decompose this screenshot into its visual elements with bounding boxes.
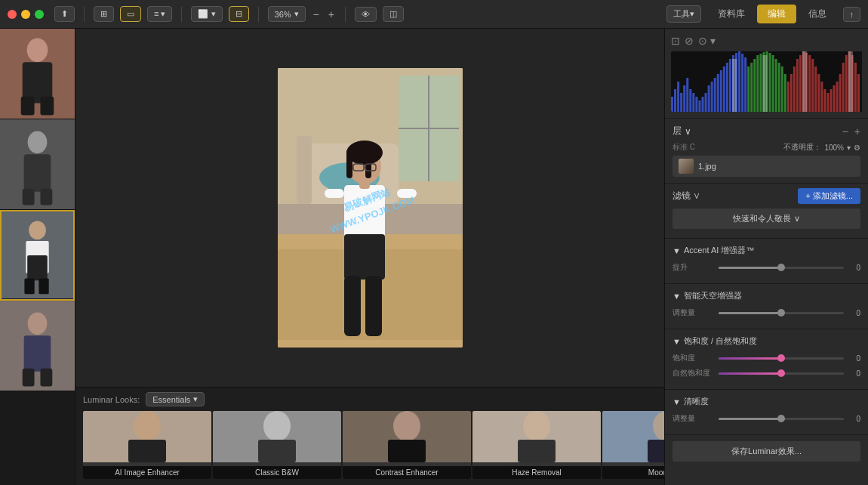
tab-info[interactable]: 信息 — [798, 5, 837, 23]
history-icon[interactable]: ⊙ ▾ — [698, 35, 716, 47]
grid-view-button[interactable]: ⊞ — [94, 6, 114, 22]
layers-plus-button[interactable]: + — [854, 125, 860, 137]
main-photo: 易破解网站 WWW.YPOJK.COM — [278, 68, 463, 348]
sat-slider[interactable] — [719, 357, 844, 360]
svg-rect-82 — [711, 82, 713, 112]
look-item-haze[interactable]: Haze Removal — [472, 411, 601, 479]
svg-rect-67 — [648, 440, 664, 462]
crop-button[interactable]: ⬜ ▾ — [191, 6, 222, 22]
svg-rect-130 — [857, 74, 860, 112]
maximize-button[interactable] — [35, 10, 44, 19]
boost-value: 0 — [848, 264, 860, 272]
svg-rect-119 — [823, 89, 826, 112]
layer-thumbnail — [679, 159, 694, 174]
svg-rect-69 — [671, 97, 673, 112]
upload-button[interactable]: ⬆ — [54, 6, 75, 22]
minimize-button[interactable] — [21, 10, 30, 19]
sky-enhancer-body: 调整量 0 — [673, 307, 860, 329]
saturation-header[interactable]: ▼ 饱和度 / 自然饱和度 — [673, 329, 860, 353]
vibrance-value: 0 — [848, 369, 860, 378]
clarity-slider[interactable] — [719, 418, 844, 420]
svg-rect-20 — [24, 335, 51, 372]
close-button[interactable] — [8, 10, 17, 19]
looks-header: Luminar Looks: Essentials ▾ — [75, 388, 664, 411]
sky-enhancer-header[interactable]: ▼ 智能天空增强器 — [673, 284, 860, 307]
histogram-icon[interactable]: ⊡ — [671, 35, 680, 47]
tab-library[interactable]: 资料库 — [707, 5, 756, 23]
zoom-out-button[interactable]: − — [312, 8, 321, 20]
filters-section: 滤镜 ∨ + 添加滤镜... 快速和令人敬畏 ∨ — [665, 184, 868, 239]
single-view-button[interactable]: ▭ — [120, 6, 141, 22]
compare-button[interactable]: ◫ — [383, 6, 404, 22]
share-button[interactable]: ↑ — [843, 7, 861, 22]
clarity-amount-row: 调整量 0 — [673, 413, 860, 424]
look-item-ai-enhancer[interactable]: AI Image Enhancer — [83, 411, 211, 479]
clarity-section: ▼ 清晰度 调整量 0 — [665, 390, 868, 435]
opacity-value[interactable]: 100% — [824, 144, 844, 152]
opacity-label: 不透明度： — [783, 142, 821, 153]
svg-rect-16 — [38, 278, 48, 294]
svg-rect-88 — [729, 59, 731, 112]
add-filter-button[interactable]: + 添加滤镜... — [798, 188, 860, 204]
svg-rect-123 — [836, 82, 839, 112]
svg-rect-29 — [297, 136, 312, 204]
filmstrip — [0, 29, 75, 485]
blend-mode-label[interactable]: 标准 C — [673, 142, 695, 153]
filmstrip-item-4[interactable] — [0, 301, 75, 391]
svg-rect-77 — [695, 97, 697, 112]
share-icon: ↑ — [850, 10, 854, 19]
layers-minus-button[interactable]: − — [842, 125, 848, 137]
separator2 — [181, 7, 182, 22]
filmstrip-item-2[interactable] — [0, 119, 75, 210]
eye-icon: 👁 — [362, 10, 370, 19]
svg-rect-102 — [772, 55, 774, 112]
svg-rect-47 — [359, 180, 370, 189]
saturation-body: 饱和度 0 自然饱和度 0 — [673, 353, 860, 389]
svg-point-62 — [523, 411, 550, 441]
accent-ai-section: ▼ Accent AI 增强器™ 提升 0 — [665, 239, 868, 284]
main-layout: 易破解网站 WWW.YPOJK.COM Luminar Looks: Essen… — [0, 29, 868, 485]
look-item-contrast[interactable]: Contrast Enhancer — [343, 411, 471, 479]
tools-button[interactable]: 工具▾ — [666, 5, 701, 23]
clarity-header[interactable]: ▼ 清晰度 — [673, 390, 860, 413]
filmstrip-item-1[interactable] — [0, 29, 75, 119]
svg-rect-59 — [388, 440, 426, 462]
svg-rect-97 — [756, 55, 759, 112]
histogram-section: ⊡ ⊘ ⊙ ▾ — [665, 29, 868, 119]
layers-icon[interactable]: ⊘ — [685, 35, 694, 47]
svg-rect-78 — [698, 100, 700, 112]
filmstrip-item-3[interactable] — [0, 210, 75, 301]
essentials-dropdown[interactable]: Essentials ▾ — [146, 392, 205, 406]
svg-rect-103 — [775, 59, 777, 112]
save-luminar-button[interactable]: 保存Luminar效果... — [673, 441, 860, 462]
list-icon: ≡ ▾ — [154, 9, 165, 19]
layers-section: 层 ∨ − + 标准 C 不透明度： 100% ▾ ⚙ 1.jp — [665, 119, 868, 184]
svg-rect-42 — [344, 234, 385, 280]
list-view-button[interactable]: ≡ ▾ — [147, 6, 172, 22]
look-item-classic-bw[interactable]: Classic B&W — [213, 411, 341, 479]
look-item-mood[interactable]: Mood En... — [602, 411, 664, 479]
svg-rect-105 — [781, 66, 783, 112]
zoom-in-button[interactable]: + — [327, 8, 336, 20]
zoom-control: 36% ▾ — [268, 6, 306, 22]
multi-view-button[interactable]: ⊟ — [229, 6, 249, 22]
svg-rect-55 — [258, 440, 296, 462]
saturation-title: ▼ 饱和度 / 自然饱和度 — [673, 335, 757, 347]
opacity-control: 不透明度： 100% ▾ ⚙ — [783, 142, 860, 153]
boost-slider[interactable] — [719, 267, 844, 269]
tab-edit[interactable]: 编辑 — [757, 5, 796, 23]
multi-icon: ⊟ — [235, 9, 242, 19]
accent-ai-header[interactable]: ▼ Accent AI 增强器™ — [673, 239, 860, 262]
sky-chevron: ▼ — [673, 292, 681, 301]
accent-boost-row: 提升 0 — [673, 262, 860, 273]
quick-preset-button[interactable]: 快速和令人敬畏 ∨ — [673, 209, 860, 229]
view-icon-button[interactable]: 👁 — [355, 7, 377, 22]
svg-rect-21 — [23, 368, 35, 386]
layer-row-1[interactable]: 1.jpg — [673, 156, 860, 177]
svg-rect-79 — [701, 97, 703, 112]
chevron-down-icon: ∨ — [685, 126, 691, 137]
gear-icon[interactable]: ⚙ — [854, 144, 860, 152]
vibrance-slider[interactable] — [719, 372, 844, 375]
sky-amount-slider[interactable] — [719, 312, 844, 314]
layer-name: 1.jpg — [698, 162, 716, 171]
